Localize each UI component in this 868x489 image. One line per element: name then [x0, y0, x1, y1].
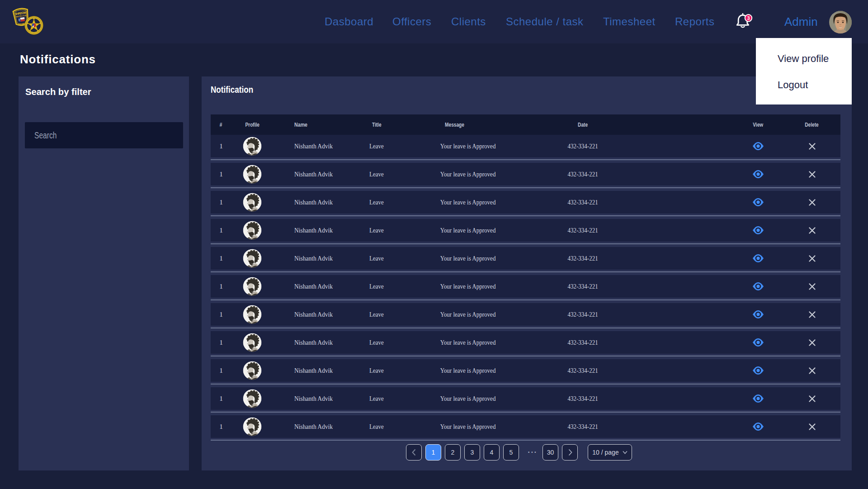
svg-text:3: 3 [747, 15, 750, 21]
